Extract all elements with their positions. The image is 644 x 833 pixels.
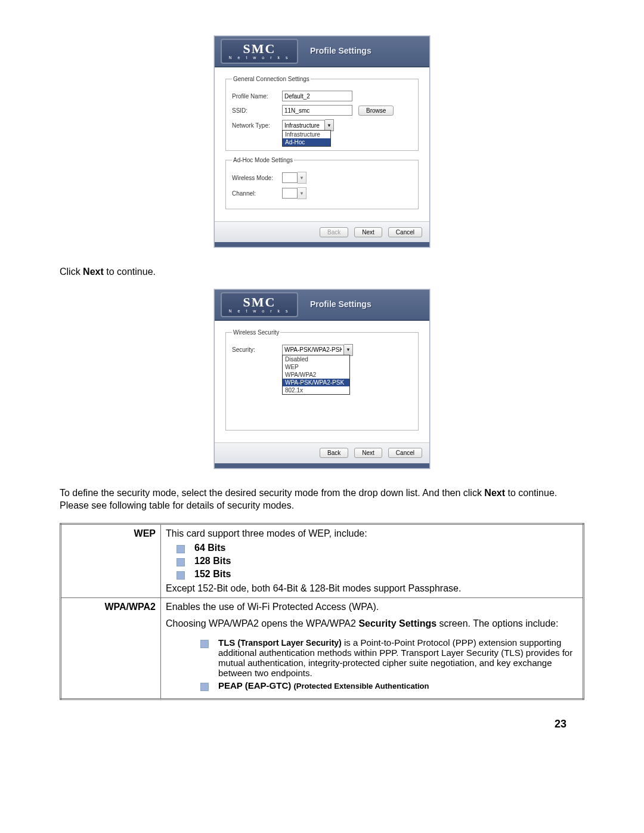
group-legend: General Connection Settings	[232, 76, 311, 82]
security-dropdown: Disabled WEP WPA/WPA2 WPA-PSK/WPA2-PSK 8…	[282, 355, 350, 395]
wireless-mode-select	[282, 172, 298, 183]
text-part: To define the security mode, select the …	[60, 488, 484, 498]
cell-value: This card support three modes of WEP, in…	[161, 524, 584, 597]
bullet-label: 128 Bits	[194, 556, 231, 566]
group-legend: Wireless Security	[232, 329, 280, 336]
text-bold: TLS	[218, 637, 238, 648]
list-item: 152 Bits	[166, 569, 578, 580]
channel-select	[282, 188, 298, 199]
network-type-dropdown: Infrastructure Ad-Hoc	[282, 130, 331, 147]
bullet-label: 64 Bits	[194, 543, 225, 553]
chevron-down-icon: ▼	[298, 187, 306, 199]
text-part: Click	[60, 267, 83, 277]
general-connection-group: General Connection Settings Profile Name…	[225, 76, 419, 151]
next-button[interactable]: Next	[354, 227, 382, 237]
adhoc-mode-group: Ad-Hoc Mode Settings Wireless Mode: ▼ Ch…	[225, 157, 419, 209]
profile-name-input[interactable]	[282, 91, 352, 101]
chevron-down-icon: ▼	[298, 172, 306, 184]
group-legend: Ad-Hoc Mode Settings	[232, 157, 294, 163]
cell-key: WEP	[61, 524, 161, 597]
paragraph-text: To define the security mode, select the …	[60, 487, 584, 512]
square-bullet-icon	[177, 558, 185, 566]
security-option[interactable]: WPA/WPA2	[283, 371, 349, 379]
square-bullet-icon	[200, 640, 209, 648]
instruction-text: Click Next to continue.	[60, 265, 584, 278]
text-part: Choosing WPA/WPA2 opens the WPA/WPA2	[166, 618, 358, 628]
dialog-strip	[215, 242, 429, 247]
square-bullet-icon	[177, 545, 185, 553]
dialog-title: Profile Settings	[310, 46, 371, 55]
network-type-option[interactable]: Ad-Hoc	[283, 138, 330, 146]
text-bold: Next	[83, 267, 104, 277]
table-row: WPA/WPA2 Enables the use of Wi-Fi Protec…	[61, 597, 584, 699]
text-bold: (Protected Extensible Authentication	[293, 682, 429, 690]
network-type-option[interactable]: Infrastructure	[283, 131, 330, 138]
profile-name-label: Profile Name:	[232, 93, 282, 100]
network-type-label: Network Type:	[232, 122, 282, 129]
back-button: Back	[320, 227, 348, 237]
cell-value: Enables the use of Wi-Fi Protected Acces…	[161, 597, 584, 699]
security-option[interactable]: WPA-PSK/WPA2-PSK	[283, 379, 349, 386]
page-number: 23	[60, 718, 584, 730]
square-bullet-icon	[200, 683, 209, 691]
dialog-footer: Back Next Cancel	[215, 442, 429, 463]
wireless-mode-label: Wireless Mode:	[232, 175, 282, 181]
text-part: to continue.	[104, 267, 156, 277]
dialog-title: Profile Settings	[310, 299, 371, 309]
list-item: 128 Bits	[166, 556, 578, 566]
text-part: This card support three modes of WEP, in…	[166, 528, 367, 538]
text-bold: (Transport Layer Security)	[238, 638, 342, 648]
chevron-down-icon[interactable]: ▼	[344, 344, 353, 356]
cancel-button[interactable]: Cancel	[388, 448, 422, 458]
smc-logo: SMC N e t w o r k s	[221, 292, 298, 317]
text-bold: PEAP (EAP-GTC)	[218, 680, 293, 690]
text-part: Except 152-Bit ode, both 64-Bit & 128-Bi…	[166, 583, 461, 593]
list-item: 64 Bits	[166, 543, 578, 553]
security-option[interactable]: Disabled	[283, 355, 349, 363]
security-select[interactable]	[282, 345, 344, 355]
back-button[interactable]: Back	[320, 448, 348, 458]
dialog-strip	[215, 463, 429, 468]
text-bold: Next	[484, 488, 505, 498]
dialog-footer: Back Next Cancel	[215, 221, 429, 242]
channel-label: Channel:	[232, 190, 282, 197]
cell-key: WPA/WPA2	[61, 597, 161, 699]
smc-logo: SMC N e t w o r k s	[221, 39, 298, 64]
browse-button[interactable]: Browse	[358, 106, 394, 116]
security-option[interactable]: 802.1x	[283, 386, 349, 394]
logo-sub: N e t w o r k s	[222, 309, 297, 313]
logo-main: SMC	[222, 41, 297, 57]
profile-settings-dialog-2: SMC N e t w o r k s Profile Settings Wir…	[214, 289, 430, 469]
security-option[interactable]: WEP	[283, 363, 349, 371]
ssid-input[interactable]	[282, 105, 352, 116]
bullet-label: 152 Bits	[194, 569, 231, 579]
list-item: TLS (Transport Layer Security) is a Poin…	[190, 637, 578, 678]
profile-settings-dialog-1: SMC N e t w o r k s Profile Settings Gen…	[214, 36, 430, 247]
text-bold: Security Settings	[358, 618, 436, 628]
dialog-header: SMC N e t w o r k s Profile Settings	[215, 290, 429, 321]
chevron-down-icon[interactable]: ▼	[325, 119, 334, 131]
dialog-header: SMC N e t w o r k s Profile Settings	[215, 36, 429, 67]
logo-main: SMC	[222, 295, 297, 310]
security-modes-table: WEP This card support three modes of WEP…	[60, 523, 584, 700]
table-row: WEP This card support three modes of WEP…	[61, 524, 584, 597]
network-type-select[interactable]	[282, 120, 325, 131]
security-label: Security:	[232, 346, 282, 353]
text-part: screen. The options include:	[436, 618, 558, 628]
cancel-button[interactable]: Cancel	[388, 227, 422, 237]
text-part: Enables the use of Wi-Fi Protected Acces…	[166, 602, 578, 612]
logo-sub: N e t w o r k s	[222, 55, 297, 60]
ssid-label: SSID:	[232, 107, 282, 114]
square-bullet-icon	[177, 571, 185, 580]
list-item: PEAP (EAP-GTC) (Protected Extensible Aut…	[190, 680, 578, 691]
wireless-security-group: Wireless Security Security: ▼ Disabled W…	[225, 329, 419, 431]
next-button[interactable]: Next	[354, 448, 382, 458]
